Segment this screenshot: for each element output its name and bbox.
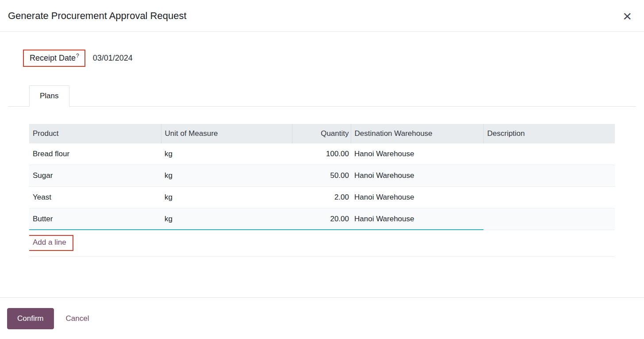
cell-description[interactable] [483, 187, 615, 208]
column-header-description[interactable]: Description [483, 124, 615, 143]
table-header-row: Product Unit of Measure Quantity Destina… [29, 124, 615, 143]
cell-description[interactable] [483, 208, 615, 230]
cell-quantity[interactable]: 100.00 [292, 143, 351, 165]
table-row: Sugar kg 50.00 Hanoi Warehouse [29, 165, 615, 187]
help-question-icon: ? [76, 53, 79, 59]
cell-destination-warehouse[interactable]: Hanoi Warehouse [351, 143, 483, 165]
cell-unit-of-measure[interactable]: kg [161, 187, 292, 208]
cell-description[interactable] [483, 165, 615, 187]
receipt-date-value[interactable]: 03/01/2024 [93, 54, 133, 63]
cell-product[interactable]: Bread flour [29, 143, 161, 165]
cell-product[interactable]: Yeast [29, 187, 161, 208]
cell-unit-of-measure[interactable]: kg [161, 165, 292, 187]
dialog-body: Receipt Date? 03/01/2024 Plans Product U… [0, 32, 644, 297]
dialog-footer: Confirm Cancel [0, 297, 644, 339]
cell-quantity[interactable]: 20.00 [292, 208, 351, 230]
receipt-date-label-text: Receipt Date [30, 54, 76, 62]
cell-unit-of-measure[interactable]: kg [161, 208, 292, 230]
cell-quantity[interactable]: 50.00 [292, 165, 351, 187]
table-row: Butter kg 20.00 Hanoi Warehouse [29, 208, 615, 230]
close-icon[interactable]: × [621, 8, 633, 23]
cell-description[interactable] [483, 143, 615, 165]
cell-unit-of-measure[interactable]: kg [161, 143, 292, 165]
add-line-row: Add a line [29, 230, 615, 257]
cell-product[interactable]: Butter [29, 208, 161, 230]
cell-destination-warehouse[interactable]: Hanoi Warehouse [351, 187, 483, 208]
notebook-tabs: Plans [8, 85, 636, 107]
column-header-destination-warehouse[interactable]: Destination Warehouse [351, 124, 483, 143]
receipt-date-field: Receipt Date? 03/01/2024 [23, 50, 636, 67]
confirm-button[interactable]: Confirm [7, 308, 54, 329]
table-row: Bread flour kg 100.00 Hanoi Warehouse [29, 143, 615, 165]
cell-destination-warehouse[interactable]: Hanoi Warehouse [351, 165, 483, 187]
dialog-title: Generate Procurement Approval Request [8, 10, 187, 22]
tab-plans[interactable]: Plans [29, 85, 69, 107]
receipt-date-label: Receipt Date? [23, 50, 85, 67]
column-header-product[interactable]: Product [29, 124, 161, 143]
dialog-header: Generate Procurement Approval Request × [0, 0, 644, 32]
cell-quantity[interactable]: 2.00 [292, 187, 351, 208]
column-header-quantity[interactable]: Quantity [292, 124, 351, 143]
cancel-button[interactable]: Cancel [66, 314, 89, 323]
plans-table: Product Unit of Measure Quantity Destina… [29, 124, 615, 257]
column-header-unit-of-measure[interactable]: Unit of Measure [161, 124, 292, 143]
add-line-button[interactable]: Add a line [33, 238, 66, 247]
add-line-highlight: Add a line [29, 235, 73, 251]
cell-destination-warehouse[interactable]: Hanoi Warehouse [351, 208, 483, 230]
table-row: Yeast kg 2.00 Hanoi Warehouse [29, 187, 615, 208]
cell-product[interactable]: Sugar [29, 165, 161, 187]
